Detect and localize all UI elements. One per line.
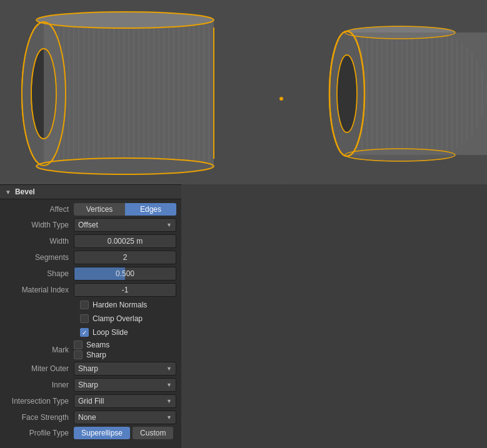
profile-type-controls: Superellipse Custom (74, 427, 176, 439)
shape-label: Shape (5, 269, 74, 278)
profile-type-label: Profile Type (5, 429, 74, 437)
shape-value: 0.500 (116, 269, 134, 278)
profile-type-row: Profile Type Superellipse Custom (0, 426, 181, 441)
panel-title: Bevel (15, 187, 35, 196)
face-strength-label: Face Strength (5, 413, 74, 422)
face-strength-value: None (78, 413, 96, 422)
superellipse-button[interactable]: Superellipse (74, 427, 130, 439)
width-type-value: Offset (78, 221, 98, 229)
mark-label: Mark (5, 346, 74, 354)
inner-label: Inner (5, 381, 74, 389)
mark-sharp-item: Sharp (74, 351, 109, 359)
miter-outer-dropdown[interactable]: Sharp ▼ (74, 362, 176, 376)
harden-normals-row: Harden Normals (0, 298, 181, 312)
chevron-down-icon-5: ▼ (166, 414, 172, 421)
segments-label: Segments (5, 253, 74, 262)
clamp-overlap-label: Clamp Overlap (93, 314, 143, 323)
segments-row: Segments 2 (0, 249, 181, 266)
svg-point-54 (279, 97, 283, 101)
affect-row: Affect Vertices Edges (0, 202, 181, 217)
mark-seams-item: Seams (74, 341, 109, 349)
mark-row: Mark Seams Sharp (0, 339, 181, 361)
loop-slide-row: Loop Slide (0, 326, 181, 339)
harden-normals-checkbox[interactable] (80, 301, 89, 309)
bevel-panel: ▼ Bevel Affect Vertices Edges Width Type… (0, 184, 181, 448)
affect-label: Affect (5, 205, 74, 214)
mark-seams-label: Seams (86, 341, 109, 349)
width-type-row: Width Type Offset ▼ (0, 217, 181, 233)
panel-header[interactable]: ▼ Bevel (0, 185, 181, 199)
mark-seams-checkbox[interactable] (74, 341, 83, 349)
affect-btn-group: Vertices Edges (74, 203, 176, 216)
svg-rect-86 (347, 32, 487, 155)
material-index-row: Material Index -1 (0, 282, 181, 298)
viewport-right (181, 184, 487, 448)
inner-dropdown[interactable]: Sharp ▼ (74, 378, 176, 392)
panel-body: Affect Vertices Edges Width Type Offset … (0, 199, 181, 443)
loop-slide-checkbox[interactable] (80, 328, 89, 337)
intersection-type-dropdown[interactable]: Grid Fill ▼ (74, 394, 176, 408)
shape-slider[interactable]: 0.500 (74, 267, 176, 281)
chevron-down-icon-2: ▼ (166, 366, 172, 372)
segments-field[interactable]: 2 (74, 251, 176, 264)
chevron-down-icon: ▼ (166, 222, 172, 228)
vertices-button[interactable]: Vertices (74, 203, 125, 216)
harden-normals-label: Harden Normals (93, 301, 147, 309)
custom-button[interactable]: Custom (133, 427, 173, 439)
intersection-type-row: Intersection Type Grid Fill ▼ (0, 393, 181, 409)
panel-collapse-arrow: ▼ (5, 189, 11, 196)
face-strength-dropdown[interactable]: None ▼ (74, 411, 176, 424)
inner-row: Inner Sharp ▼ (0, 377, 181, 393)
clamp-overlap-row: Clamp Overlap (0, 312, 181, 326)
intersection-type-label: Intersection Type (5, 397, 74, 406)
intersection-type-value: Grid Fill (78, 397, 104, 406)
material-index-label: Material Index (5, 286, 74, 294)
mark-sharp-checkbox[interactable] (74, 351, 83, 359)
material-index-field[interactable]: -1 (74, 283, 176, 297)
width-type-label: Width Type (5, 221, 74, 229)
miter-outer-label: Miter Outer (5, 364, 74, 373)
miter-outer-row: Miter Outer Sharp ▼ (0, 361, 181, 377)
inner-value: Sharp (78, 381, 98, 389)
svg-rect-46 (44, 20, 214, 166)
mark-sharp-label: Sharp (86, 351, 106, 359)
shape-row: Shape 0.500 (0, 266, 181, 282)
mark-checkboxes: Seams Sharp (74, 341, 109, 359)
width-label: Width (5, 237, 74, 246)
chevron-down-icon-3: ▼ (166, 382, 172, 388)
clamp-overlap-checkbox[interactable] (80, 314, 89, 323)
width-field[interactable]: 0.00025 m (74, 234, 176, 248)
face-strength-row: Face Strength None ▼ (0, 409, 181, 426)
svg-point-88 (337, 55, 357, 132)
loop-slide-label: Loop Slide (93, 328, 128, 337)
width-row: Width 0.00025 m (0, 233, 181, 249)
edges-button[interactable]: Edges (125, 203, 176, 216)
viewport (0, 0, 487, 184)
width-type-dropdown[interactable]: Offset ▼ (74, 218, 176, 232)
miter-outer-value: Sharp (78, 364, 98, 373)
chevron-down-icon-4: ▼ (166, 398, 172, 404)
